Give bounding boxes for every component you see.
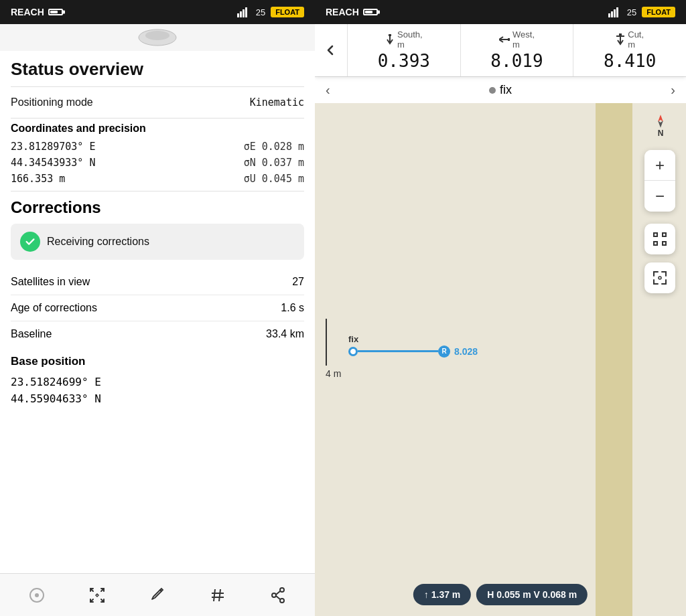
south-arrow-icon (385, 34, 395, 45)
scan-icon-2 (652, 270, 668, 286)
check-icon (24, 236, 36, 248)
nav-item-edit[interactable] (140, 581, 175, 610)
svg-point-5 (145, 31, 169, 40)
scan-button-2[interactable] (644, 262, 675, 293)
ref-label: R (441, 348, 446, 355)
nav-item-target[interactable] (80, 581, 115, 610)
svg-point-12 (280, 588, 284, 592)
age-row: Age of corrections 1.6 s (11, 295, 304, 321)
scan-button-1[interactable] (644, 224, 675, 254)
reach-label-right: REACH (326, 7, 359, 17)
nav-item-hash[interactable] (200, 581, 235, 610)
lon-value: 23.81289703° E (11, 141, 95, 153)
lat-sigma: σN 0.037 m (244, 157, 304, 169)
fix-indicator: fix (489, 83, 512, 97)
age-value: 1.6 s (281, 302, 304, 314)
map-nav-icon (27, 586, 46, 605)
west-header: West,m (499, 29, 535, 50)
alt-value: 166.353 m (11, 173, 65, 185)
corrections-heading: Corrections (11, 198, 304, 217)
south-value: 0.393 (378, 51, 430, 71)
svg-rect-21 (389, 34, 391, 36)
reach-device-icon (137, 27, 178, 48)
baseline-label: Baseline (11, 328, 52, 340)
zoom-in-button[interactable]: + (644, 150, 675, 181)
divider-3 (11, 191, 304, 191)
nav-columns: South,m 0.393 West,m 8.019 (348, 24, 686, 76)
divider-1 (11, 86, 304, 87)
svg-rect-1 (240, 11, 242, 17)
base-lat: 44.55904633° N (11, 390, 304, 407)
prev-fix-button[interactable]: ‹ (326, 82, 330, 98)
cut-arrow-icon (616, 33, 625, 46)
target-nav-icon (88, 586, 107, 605)
cut-label: Cut,m (628, 29, 644, 50)
satellite-count-right: 25 (627, 7, 636, 17)
left-status-bar: REACH 25 FLOAT (0, 0, 315, 24)
zoom-controls: + − (644, 150, 675, 212)
right-status-bar: REACH 25 FLOAT (315, 0, 686, 24)
app-name-left: REACH (11, 7, 63, 17)
svg-rect-29 (654, 242, 657, 245)
svg-rect-19 (614, 9, 616, 17)
nav-item-share[interactable] (261, 581, 295, 610)
lon-row: 23.81289703° E σE 0.028 m (11, 139, 304, 155)
age-label: Age of corrections (11, 302, 97, 314)
zoom-out-button[interactable]: − (644, 181, 675, 212)
scan-icon-1 (652, 231, 668, 247)
distance-label: 8.028 (454, 346, 478, 357)
status-right: 25 FLOAT (608, 7, 675, 17)
map-area[interactable]: N + − (315, 103, 686, 616)
svg-point-7 (35, 593, 39, 597)
signal-icon-right (608, 7, 622, 17)
float-badge-left: FLOAT (271, 7, 304, 17)
svg-rect-24 (616, 35, 624, 37)
svg-line-16 (276, 596, 280, 599)
hash-nav-icon (208, 586, 227, 605)
fix-line (358, 350, 438, 352)
fix-point (348, 347, 358, 356)
svg-rect-3 (245, 7, 247, 17)
svg-rect-18 (611, 11, 613, 17)
base-position-section: Base position 23.51824699° E 44.55904633… (11, 355, 304, 407)
svg-rect-2 (243, 9, 245, 17)
back-button[interactable] (315, 24, 348, 76)
arrow-distance-pill: ↑ 1.37 m (413, 584, 471, 605)
fix-container: fix R 8.028 (348, 334, 478, 358)
receiving-text: Receiving corrections (47, 236, 149, 248)
reach-label-left: REACH (11, 7, 44, 17)
west-label: West,m (512, 29, 535, 50)
svg-line-8 (214, 589, 215, 601)
left-panel: REACH 25 FLOAT Status overview (0, 0, 315, 616)
precision-pill: H 0.055 m V 0.068 m (476, 584, 588, 605)
top-image-area (0, 24, 315, 51)
svg-rect-17 (608, 13, 610, 17)
positioning-mode-label: Positioning mode (11, 96, 93, 108)
nav-item-map[interactable] (19, 581, 54, 610)
base-lon: 23.51824699° E (11, 374, 304, 390)
map-bottom-bar: ↑ 1.37 m H 0.055 m V 0.068 m (413, 584, 588, 605)
nav-col-cut: Cut,m 8.410 (573, 24, 686, 76)
svg-marker-26 (658, 121, 663, 127)
next-fix-button[interactable]: › (671, 82, 675, 98)
svg-rect-23 (619, 33, 622, 35)
battery-icon-right (363, 9, 378, 15)
map-road (596, 103, 632, 616)
nav-header: South,m 0.393 West,m 8.019 (315, 24, 686, 76)
svg-rect-27 (654, 233, 657, 236)
svg-point-31 (659, 277, 661, 279)
lat-row: 44.34543933° N σN 0.037 m (11, 155, 304, 171)
ref-point: R (438, 345, 450, 358)
baseline-row: Baseline 33.4 km (11, 321, 304, 347)
fix-status: fix (500, 83, 512, 97)
svg-rect-30 (663, 242, 666, 245)
west-value: 8.019 (490, 51, 543, 71)
float-badge-right: FLOAT (642, 7, 675, 17)
svg-line-9 (219, 589, 220, 601)
scale-line (326, 319, 327, 366)
edit-nav-icon (148, 586, 167, 605)
corrections-section: Corrections Receiving corrections Satell… (11, 198, 304, 347)
svg-line-15 (276, 591, 280, 595)
satellites-label: Satellites in view (11, 276, 90, 288)
nav-col-west: West,m 8.019 (461, 24, 574, 76)
